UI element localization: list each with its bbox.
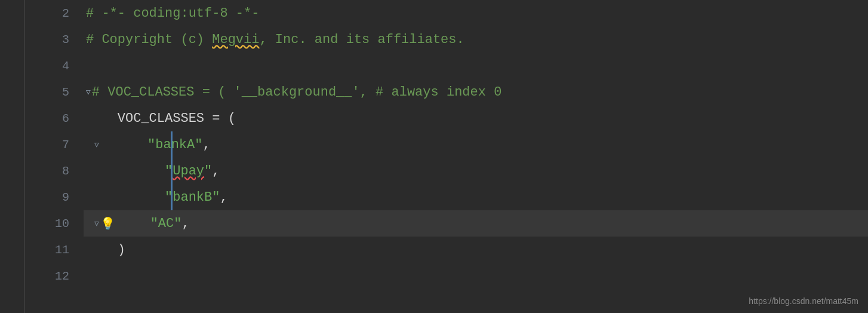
comment-voc-classes: # VOC_CLASSES = ( '__background__', # al… [92,85,502,100]
line-num-11: 11 [25,237,79,263]
op-6: = ( [204,111,236,126]
code-line-10: ▽ 💡 "AC", [84,210,868,237]
comma-8: , [212,164,220,179]
string-bankA: "bankA" [147,137,202,152]
fold-icon-10[interactable]: ▽ [94,219,99,228]
code-line-6: VOC_CLASSES = ( [84,105,868,131]
var-voc: VOC_CLASSES [118,111,204,126]
line-num-6: 6 [25,105,79,131]
code-line-7: ▽ "bankA", [84,131,868,158]
fold-icon-5[interactable]: ▽ [86,87,91,97]
line-num-8: 8 [25,158,79,184]
string-upay: "Upay" [165,164,212,179]
line-numbers: 2 3 4 5 6 7 8 9 10 11 12 [25,0,79,313]
fold-icon-7[interactable]: ▽ [94,140,99,149]
indent-10 [119,216,150,231]
code-line-3: # Copyright (c) Megvii, Inc. and its aff… [84,26,868,53]
comma-7: , [202,137,210,152]
line-num-7: 7 [25,131,79,158]
comma-9: , [220,190,227,205]
code-line-2: # -*- coding:utf-8 -*- [84,0,868,26]
indent-6 [86,111,118,126]
code-content: # -*- coding:utf-8 -*- # Copyright (c) M… [79,0,868,313]
line-num-12: 12 [25,263,79,289]
comment-copyright: # Copyright (c) Megvii, Inc. and its aff… [86,32,464,47]
line-num-10: 10 [25,210,79,237]
lightbulb-icon[interactable]: 💡 [100,216,115,231]
indent-9 [86,190,165,205]
indent-11 [86,243,118,257]
comma-10: , [181,216,189,231]
line-num-4: 4 [25,53,79,79]
line-num-5: 5 [25,79,79,105]
code-line-12 [84,263,868,289]
code-editor: 2 3 4 5 6 7 8 9 10 11 12 # -*- coding:ut… [0,0,868,313]
gutter [0,0,25,313]
code-line-8: "Upay", [84,158,868,184]
line-num-2: 2 [25,0,79,26]
string-bankB: "bankB" [165,190,220,205]
close-paren-11: ) [118,243,125,257]
line-num-9: 9 [25,184,79,210]
comment-coding: # -*- coding:utf-8 -*- [86,6,259,21]
indent-8 [86,164,165,179]
code-line-9: "bankB", [84,184,868,210]
code-line-5: ▽# VOC_CLASSES = ( '__background__', # a… [84,79,868,105]
watermark: https://blog.csdn.net/matt45m [749,296,858,306]
indent-7 [100,137,147,152]
line-num-3: 3 [25,26,79,53]
code-line-11: ) [84,237,868,263]
string-ac: "AC" [150,216,182,231]
code-line-4 [84,53,868,79]
